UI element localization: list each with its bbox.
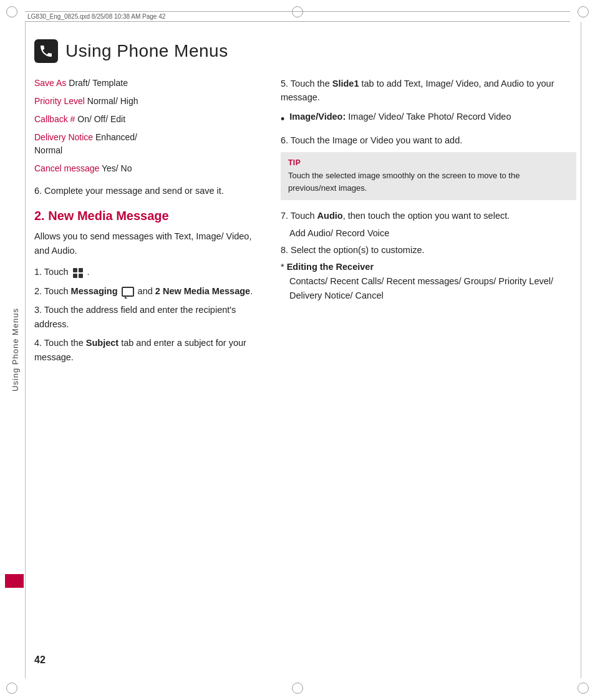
- top-bar: LG830_Eng_0825.qxd 8/25/08 10:38 AM Page…: [25, 11, 570, 22]
- left-column: Save As Draft/ Template Priority Level N…: [34, 77, 262, 369]
- section-description: Allows you to send messages with Text, I…: [34, 229, 262, 257]
- bullet-content: Image/Video: Image/ Video/ Take Photo/ R…: [289, 110, 511, 123]
- right-step-6-content: 6. Touch the Image or Video you want to …: [281, 133, 576, 147]
- sidebar-bar: [5, 574, 24, 588]
- setting-value-save-as: Draft/ Template: [69, 78, 128, 88]
- right-step-5: 5. Touch the Slide1 tab to add Text, Ima…: [281, 77, 576, 105]
- reg-mark-bl: [6, 683, 17, 694]
- setting-label-cancel: Cancel message: [34, 163, 99, 173]
- step-1: 1. Touch .: [34, 265, 262, 279]
- add-audio-label: Add Audio/ Record Voice: [289, 228, 389, 238]
- right-step-8: 8. Select the option(s) to customize.: [281, 243, 576, 257]
- setting-callback: Callback # On/ Off/ Edit: [34, 113, 262, 126]
- setting-save-as: Save As Draft/ Template: [34, 77, 262, 90]
- step-2: 2. Touch Messaging and 2 New Media Messa…: [34, 284, 262, 298]
- settings-list: Save As Draft/ Template Priority Level N…: [34, 77, 262, 175]
- bullet-dot: •: [281, 111, 284, 128]
- step-3-content: 3. Touch the address field and enter the…: [34, 303, 262, 331]
- editing-header-row: * Editing the Receiver: [281, 262, 576, 272]
- right-step-7: 7. Touch Audio, then touch the option yo…: [281, 209, 576, 223]
- setting-label-save-as: Save As: [34, 78, 66, 88]
- step-1-content: .: [71, 265, 262, 279]
- reg-mark-tr: [578, 6, 589, 17]
- step-2-messaging-bold: Messaging: [71, 286, 118, 296]
- right-border: [581, 22, 581, 678]
- setting-value-cancel: Yes/ No: [102, 163, 132, 173]
- tip-label: TIP: [288, 158, 569, 167]
- audio-bold: Audio: [317, 211, 343, 221]
- bullet-value: Image/ Video/ Take Photo/ Record Video: [348, 112, 511, 122]
- page-header: Using Phone Menus: [34, 39, 576, 63]
- setting-priority: Priority Level Normal/ High: [34, 95, 262, 108]
- right-step-7-content: 7. Touch Audio, then touch the option yo…: [281, 209, 576, 223]
- reg-mark-bc: [292, 683, 303, 694]
- messaging-icon: [122, 287, 134, 297]
- setting-value-callback: On/ Off/ Edit: [77, 114, 125, 124]
- step-2-new-media-bold: 2 New Media Message: [155, 286, 250, 296]
- main-content: Using Phone Menus Save As Draft/ Templat…: [34, 28, 576, 672]
- step-4-subject-bold: Subject: [86, 338, 119, 348]
- bullet-image-video: • Image/Video: Image/ Video/ Take Photo/…: [281, 110, 576, 128]
- editing-section: * Editing the Receiver Contacts/ Recent …: [281, 262, 576, 303]
- editing-options: Contacts/ Recent Calls/ Recent messages/…: [289, 274, 576, 303]
- section-heading: 2. New Media Message: [34, 209, 262, 223]
- setting-label-priority: Priority Level: [34, 96, 85, 106]
- sidebar-label: Using Phone Menus: [11, 308, 20, 391]
- setting-label-callback: Callback #: [34, 114, 75, 124]
- editing-star: *: [281, 262, 284, 272]
- page-title: Using Phone Menus: [65, 41, 228, 61]
- step-2-content: 2. Touch Messaging and 2 New Media Messa…: [34, 284, 262, 298]
- right-step-8-content: 8. Select the option(s) to customize.: [281, 243, 576, 257]
- editing-heading: Editing the Receiver: [287, 262, 374, 272]
- slide1-bold: Slide1: [332, 79, 359, 89]
- reg-mark-tl: [6, 6, 17, 17]
- setting-label-delivery: Delivery Notice: [34, 132, 93, 142]
- tip-box: TIP Touch the selected image smoothly on…: [281, 152, 576, 200]
- add-audio-text: Add Audio/ Record Voice: [289, 228, 576, 238]
- right-step-5-content: 5. Touch the Slide1 tab to add Text, Ima…: [281, 77, 576, 105]
- right-step-6: 6. Touch the Image or Video you want to …: [281, 133, 576, 147]
- setting-value-priority: Normal/ High: [87, 96, 138, 106]
- two-col-layout: Save As Draft/ Template Priority Level N…: [34, 77, 576, 369]
- phone-svg: [39, 44, 54, 59]
- tip-text: Touch the selected image smoothly on the…: [288, 170, 569, 194]
- step-1-num: 1. Touch: [34, 265, 69, 279]
- complete-message-step: 6. Complete your message and send or sav…: [34, 184, 262, 198]
- reg-mark-br: [578, 683, 589, 694]
- apps-grid-icon: [73, 268, 83, 278]
- complete-message-text: 6. Complete your message and send or sav…: [34, 186, 224, 196]
- phone-icon: [34, 39, 58, 63]
- step-3: 3. Touch the address field and enter the…: [34, 303, 262, 331]
- setting-cancel: Cancel message Yes/ No: [34, 162, 262, 175]
- right-column: 5. Touch the Slide1 tab to add Text, Ima…: [281, 77, 576, 369]
- top-bar-text: LG830_Eng_0825.qxd 8/25/08 10:38 AM Page…: [27, 13, 165, 20]
- step-4-content: 4. Touch the Subject tab and enter a sub…: [34, 336, 262, 364]
- step-4: 4. Touch the Subject tab and enter a sub…: [34, 336, 262, 364]
- bullet-label: Image/Video:: [289, 112, 346, 122]
- setting-delivery: Delivery Notice Enhanced/Normal: [34, 131, 262, 157]
- sidebar: Using Phone Menus: [0, 31, 30, 669]
